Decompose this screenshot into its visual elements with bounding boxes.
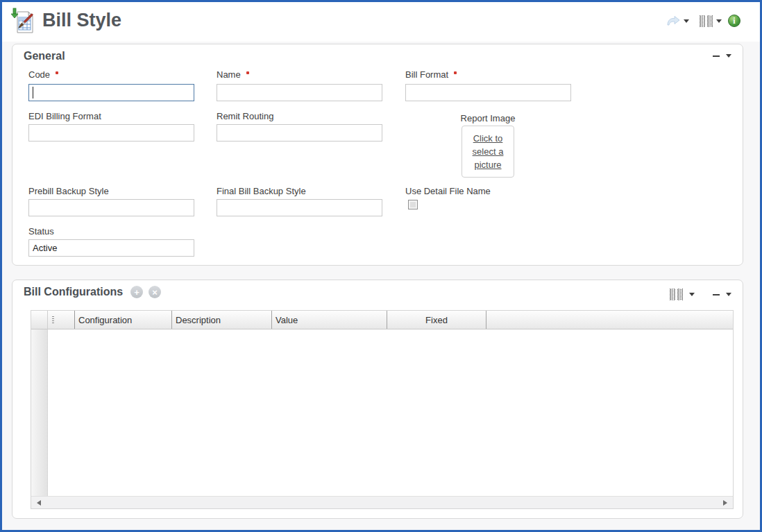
prebill-backup-style-input[interactable] [28, 199, 194, 216]
required-marker [246, 71, 249, 74]
report-image-field: Report Image Click to select a picture [452, 113, 524, 178]
row-indicator-column [31, 311, 48, 497]
scroll-left-arrow[interactable] [37, 500, 41, 506]
report-image-label: Report Image [452, 113, 524, 123]
general-panel-title: General [24, 50, 65, 62]
grid-field-chooser-icon[interactable] [670, 289, 683, 300]
bill-configurations-panel-caret[interactable] [726, 293, 731, 296]
code-label: Code [28, 69, 58, 80]
use-detail-file-name-checkbox[interactable] [408, 200, 418, 209]
titlebar: Bill Style [2, 2, 760, 42]
use-detail-file-name-label: Use Detail File Name [405, 186, 491, 196]
grid-body-empty[interactable] [48, 329, 733, 497]
close-icon: × [152, 288, 158, 297]
prebill-backup-style-field-wrap [28, 199, 194, 216]
bill-format-input[interactable] [405, 84, 571, 101]
horizontal-scrollbar[interactable] [31, 496, 733, 508]
code-field-wrap [28, 84, 194, 101]
remit-routing-input[interactable] [217, 124, 382, 141]
report-image-box[interactable]: Click to select a picture [462, 126, 514, 178]
bill-configurations-grid: Configuration Description Value Fixed [31, 310, 734, 509]
column-header-filler [486, 311, 733, 329]
add-configuration-button[interactable]: + [130, 286, 143, 298]
status-input[interactable] [28, 239, 194, 257]
column-header-fixed[interactable]: Fixed [387, 311, 486, 329]
remit-routing-field-wrap [217, 124, 382, 141]
grip-icon [52, 316, 54, 324]
row-indicator-header [31, 311, 48, 329]
scroll-right-arrow[interactable] [723, 500, 727, 506]
name-field-wrap [217, 84, 382, 101]
bill-style-window: Bill Style [0, 0, 762, 532]
navigate-icon[interactable] [666, 15, 680, 27]
grid-field-chooser-caret[interactable] [689, 293, 695, 296]
collapse-general-button[interactable] [713, 55, 720, 57]
row-selector-header[interactable] [48, 311, 75, 329]
remit-routing-label: Remit Routing [217, 111, 273, 121]
bill-style-icon [10, 8, 37, 35]
required-marker [56, 71, 58, 74]
general-panel-caret[interactable] [726, 54, 731, 58]
plus-icon: + [134, 288, 139, 297]
required-marker [454, 71, 457, 74]
field-chooser-icon[interactable] [700, 15, 713, 27]
page-title: Bill Style [42, 10, 121, 31]
bill-format-label: Bill Format [405, 69, 457, 80]
final-bill-backup-style-field-wrap [217, 199, 382, 216]
column-header-configuration[interactable]: Configuration [75, 311, 172, 329]
prebill-backup-style-label: Prebill Backup Style [28, 186, 109, 196]
select-picture-link[interactable]: Click to select a picture [462, 132, 514, 171]
name-label: Name [217, 69, 249, 80]
edi-billing-format-label: EDI Billing Format [28, 111, 101, 121]
navigate-dropdown-caret[interactable] [684, 19, 689, 23]
final-bill-backup-style-label: Final Bill Backup Style [217, 186, 306, 196]
code-input[interactable] [28, 84, 194, 101]
collapse-bill-configurations-button[interactable] [713, 294, 720, 295]
row-indicator-body [31, 329, 48, 497]
edi-billing-format-field-wrap [28, 124, 194, 141]
field-chooser-dropdown-caret[interactable] [716, 19, 722, 23]
info-icon[interactable]: i [728, 15, 740, 27]
column-header-value[interactable]: Value [272, 311, 387, 329]
bill-configurations-title: Bill Configurations [24, 286, 123, 298]
general-panel: General Code Name Bill Format EDI Billin… [12, 44, 743, 266]
text-cursor [33, 87, 33, 98]
info-glyph: i [733, 16, 735, 26]
name-input[interactable] [217, 84, 382, 101]
status-field-wrap [28, 239, 194, 257]
status-label: Status [28, 226, 54, 237]
bill-configurations-panel: Bill Configurations + × [12, 280, 743, 519]
grid-header-row: Configuration Description Value Fixed [48, 311, 733, 329]
delete-configuration-button[interactable]: × [149, 286, 161, 298]
final-bill-backup-style-input[interactable] [217, 199, 382, 216]
edi-billing-format-input[interactable] [28, 124, 194, 141]
bill-format-field-wrap [405, 84, 571, 101]
column-header-description[interactable]: Description [172, 311, 272, 329]
